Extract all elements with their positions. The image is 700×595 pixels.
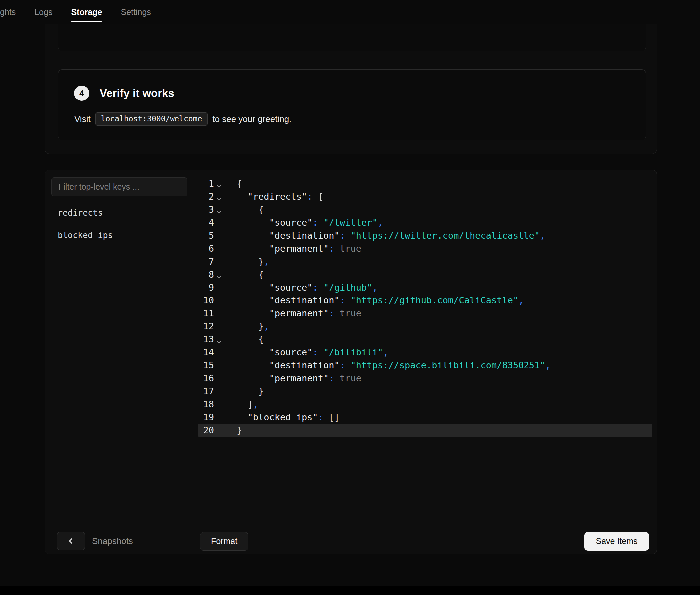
code-line-5: 5 "destination": "https://twitter.com/th…	[198, 229, 652, 242]
body-suffix: to see your greeting.	[213, 114, 291, 124]
snapshots-label: Snapshots	[92, 536, 133, 546]
code-text: {	[237, 333, 264, 346]
code-text: }	[237, 385, 264, 398]
code-line-9: 9 "source": "/github",	[198, 281, 652, 294]
step-number-badge: 4	[74, 86, 89, 101]
filter-keys-input[interactable]	[51, 177, 188, 196]
json-editor[interactable]: 1{2 "redirects": [3 {4 "source": "/twitt…	[192, 170, 657, 528]
code-text: },	[237, 255, 269, 268]
code-text: "destination": "https://space.bilibili.c…	[237, 359, 551, 372]
line-number: 4	[198, 216, 214, 229]
code-text: {	[237, 268, 264, 281]
tab-storage[interactable]: Storage	[62, 0, 111, 24]
chevron-left-icon	[69, 538, 75, 544]
line-number: 10	[198, 294, 214, 307]
fold-chevron-icon[interactable]	[214, 206, 224, 213]
step-connector-line	[82, 51, 82, 69]
code-text: ],	[237, 398, 259, 410]
line-number: 18	[198, 398, 214, 410]
top-nav: InsightsLogsStorageSettings	[0, 0, 700, 24]
code-text: "destination": "https://github.com/CaliC…	[237, 294, 524, 307]
code-line-16: 16 "permanent": true	[198, 372, 652, 385]
tab-logs[interactable]: Logs	[25, 0, 62, 24]
code-line-14: 14 "source": "/bilibili",	[198, 346, 652, 359]
line-number: 3	[198, 203, 214, 216]
code-lines: 1{2 "redirects": [3 {4 "source": "/twitt…	[192, 170, 657, 436]
verify-step-title: Verify it works	[100, 87, 174, 100]
code-text: "permanent": true	[237, 372, 361, 385]
line-number: 13	[198, 333, 214, 346]
line-number: 17	[198, 385, 214, 398]
code-line-17: 17 }	[198, 385, 652, 398]
storage-panel: redirectsblocked_ips Snapshots 1{2 "redi…	[45, 170, 657, 555]
line-number: 14	[198, 346, 214, 359]
line-number: 15	[198, 359, 214, 372]
code-text: "source": "/github",	[237, 281, 378, 294]
code-line-3: 3 {	[198, 203, 652, 216]
sidebar-footer: Snapshots	[45, 528, 192, 554]
line-number: 8	[198, 268, 214, 281]
code-text: },	[237, 320, 269, 333]
save-items-button[interactable]: Save Items	[585, 532, 649, 551]
line-number: 9	[198, 281, 214, 294]
code-line-2: 2 "redirects": [	[198, 190, 652, 203]
fold-chevron-icon[interactable]	[214, 193, 224, 200]
line-number: 19	[198, 410, 214, 424]
key-list: redirectsblocked_ips	[51, 203, 188, 248]
verify-step-card: 4 Verify it works Visit localhost:3000/w…	[58, 69, 646, 140]
code-line-4: 4 "source": "/twitter",	[198, 216, 652, 229]
bottom-strip	[0, 586, 700, 595]
tab-settings[interactable]: Settings	[111, 0, 160, 24]
code-text: "permanent": true	[237, 307, 361, 320]
code-line-11: 11 "permanent": true	[198, 307, 652, 320]
code-text: "blocked_ips": []	[237, 410, 340, 424]
code-text: }	[237, 424, 242, 436]
code-line-13: 13 {	[198, 333, 652, 346]
format-button[interactable]: Format	[200, 532, 248, 551]
code-text: "source": "/twitter",	[237, 216, 383, 229]
keys-sidebar: redirectsblocked_ips Snapshots	[45, 170, 192, 554]
code-line-1: 1{	[198, 177, 652, 190]
code-line-19: 19 "blocked_ips": []	[198, 410, 652, 424]
code-text: "permanent": true	[237, 242, 361, 255]
line-number: 6	[198, 242, 214, 255]
nav-tabs: InsightsLogsStorageSettings	[0, 0, 160, 24]
code-line-6: 6 "permanent": true	[198, 242, 652, 255]
line-number: 12	[198, 320, 214, 333]
code-line-15: 15 "destination": "https://space.bilibil…	[198, 359, 652, 372]
tab-insights[interactable]: Insights	[0, 0, 25, 24]
editor-footer: Format Save Items	[192, 528, 657, 554]
line-number: 2	[198, 190, 214, 203]
code-text: {	[237, 177, 242, 190]
code-line-20: 20}	[198, 424, 652, 436]
key-item-blocked_ips[interactable]: blocked_ips	[51, 226, 188, 244]
body-prefix: Visit	[74, 114, 90, 124]
code-text: {	[237, 203, 264, 216]
code-line-18: 18 ],	[198, 398, 652, 410]
verify-step-body: Visit localhost:3000/welcome to see your…	[74, 112, 291, 126]
fold-chevron-icon[interactable]	[214, 271, 224, 278]
fold-chevron-icon[interactable]	[214, 180, 224, 187]
line-number: 1	[198, 177, 214, 190]
fold-chevron-icon[interactable]	[214, 336, 224, 343]
collapse-sidebar-button[interactable]	[57, 532, 85, 550]
code-line-10: 10 "destination": "https://github.com/Ca…	[198, 294, 652, 307]
code-text: "source": "/bilibili",	[237, 346, 388, 359]
code-line-8: 8 {	[198, 268, 652, 281]
line-number: 20	[198, 424, 214, 436]
line-number: 7	[198, 255, 214, 268]
inline-code-chip: localhost:3000/welcome	[95, 112, 208, 126]
line-number: 16	[198, 372, 214, 385]
key-item-redirects[interactable]: redirects	[51, 203, 188, 222]
line-number: 11	[198, 307, 214, 320]
line-number: 5	[198, 229, 214, 242]
code-line-7: 7 },	[198, 255, 652, 268]
code-text: "redirects": [	[237, 190, 323, 203]
code-text: "destination": "https://twitter.com/thec…	[237, 229, 545, 242]
code-line-12: 12 },	[198, 320, 652, 333]
